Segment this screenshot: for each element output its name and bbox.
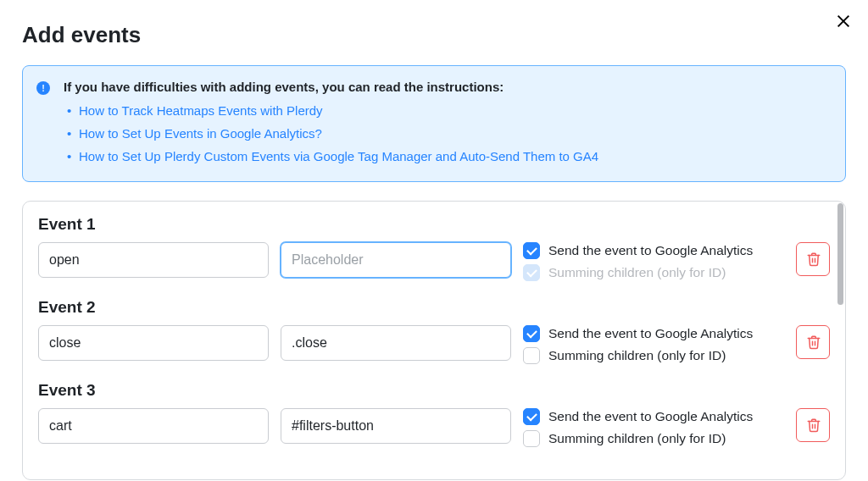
checkbox-icon bbox=[523, 325, 540, 342]
trash-icon bbox=[806, 252, 820, 267]
delete-button[interactable] bbox=[796, 325, 830, 359]
checkbox-icon bbox=[523, 264, 540, 281]
checkbox-icon bbox=[523, 408, 540, 425]
event-title: Event 3 bbox=[38, 381, 830, 400]
checkbox-icon bbox=[523, 347, 540, 364]
event-name-input[interactable] bbox=[38, 242, 269, 278]
send-ga-option[interactable]: Send the event to Google Analytics bbox=[523, 408, 784, 425]
delete-button[interactable] bbox=[796, 408, 830, 442]
help-link[interactable]: How to Set Up Plerdy Custom Events via G… bbox=[79, 149, 598, 163]
add-events-modal: Add events ! If you have difficulties wi… bbox=[0, 0, 868, 480]
event-selector-input[interactable] bbox=[281, 325, 511, 361]
trash-icon bbox=[806, 417, 820, 433]
scrollbar[interactable] bbox=[837, 203, 843, 305]
event-selector-input[interactable] bbox=[281, 242, 511, 278]
info-icon: ! bbox=[36, 81, 50, 95]
event-name-input[interactable] bbox=[38, 408, 269, 444]
help-link[interactable]: How to Track Heatmaps Events with Plerdy bbox=[79, 103, 323, 118]
event-item: Event 1 Send the event to Google Analyti… bbox=[38, 215, 830, 281]
summing-option: Summing children (only for ID) bbox=[523, 264, 784, 281]
info-links-list: How to Track Heatmaps Events with Plerdy… bbox=[64, 99, 828, 168]
option-label: Summing children (only for ID) bbox=[548, 431, 726, 446]
events-list: Event 1 Send the event to Google Analyti… bbox=[22, 201, 846, 480]
event-title: Event 1 bbox=[38, 215, 830, 234]
option-label: Send the event to Google Analytics bbox=[548, 326, 753, 341]
event-name-input[interactable] bbox=[38, 325, 269, 361]
help-link[interactable]: How to Set Up Events in Google Analytics… bbox=[79, 126, 322, 141]
info-banner: ! If you have difficulties with adding e… bbox=[22, 65, 846, 182]
send-ga-option[interactable]: Send the event to Google Analytics bbox=[523, 242, 784, 259]
summing-option[interactable]: Summing children (only for ID) bbox=[523, 347, 784, 364]
event-item: Event 3 Send the event to Google Analyti… bbox=[38, 381, 830, 447]
option-label: Summing children (only for ID) bbox=[548, 265, 726, 280]
summing-option[interactable]: Summing children (only for ID) bbox=[523, 430, 784, 447]
event-item: Event 2 Send the event to Google Analyti… bbox=[38, 298, 830, 364]
send-ga-option[interactable]: Send the event to Google Analytics bbox=[523, 325, 784, 342]
option-label: Summing children (only for ID) bbox=[548, 348, 726, 363]
trash-icon bbox=[806, 334, 820, 350]
checkbox-icon bbox=[523, 242, 540, 259]
page-title: Add events bbox=[22, 22, 846, 48]
option-label: Send the event to Google Analytics bbox=[548, 409, 753, 424]
info-banner-title: If you have difficulties with adding eve… bbox=[64, 80, 828, 94]
option-label: Send the event to Google Analytics bbox=[548, 243, 753, 258]
delete-button[interactable] bbox=[796, 242, 830, 276]
close-icon[interactable] bbox=[834, 12, 853, 30]
event-title: Event 2 bbox=[38, 298, 830, 317]
checkbox-icon bbox=[523, 430, 540, 447]
event-selector-input[interactable] bbox=[281, 408, 511, 444]
